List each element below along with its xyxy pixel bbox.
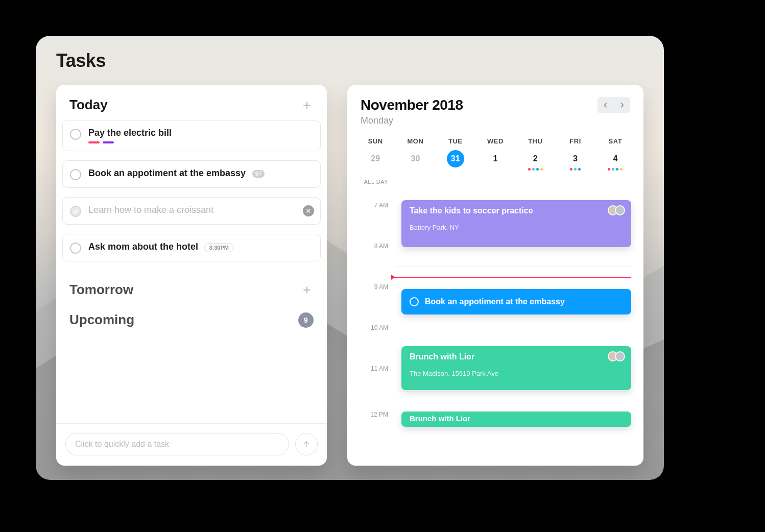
calendar-event-embassy[interactable]: Book an appotiment at the embassy bbox=[401, 289, 631, 315]
date-cell-active[interactable]: 31 bbox=[447, 150, 464, 167]
event-title: Take the kids to soccer practice bbox=[410, 206, 623, 215]
calendar-panel: November 2018 Monday SUN MON bbox=[347, 85, 643, 466]
task-row[interactable]: Ask mom about the hotel 3:30PM bbox=[62, 234, 321, 261]
chevron-right-icon bbox=[618, 102, 626, 109]
add-today-task-button[interactable] bbox=[300, 99, 314, 112]
time-label-allday: ALL DAY bbox=[357, 179, 388, 185]
add-tomorrow-task-button[interactable] bbox=[300, 283, 314, 297]
arrow-up-icon bbox=[302, 440, 311, 449]
weekday-label: SAT bbox=[595, 137, 635, 145]
plus-icon bbox=[302, 285, 312, 295]
task-time-pill: 3:30PM bbox=[204, 243, 233, 252]
calendar-event-brunch-2[interactable]: Brunch with Lior bbox=[401, 412, 631, 427]
task-row[interactable]: Learn how to make a croissant bbox=[62, 197, 321, 225]
app-window: Tasks Today Pay the electric bill bbox=[36, 36, 664, 480]
chevron-left-icon bbox=[602, 102, 609, 109]
task-title: Book an appotiment at the embassy bbox=[88, 168, 246, 178]
task-title: Learn how to make a croissant bbox=[88, 205, 313, 215]
plus-icon bbox=[302, 100, 312, 110]
event-subtitle: Battery Park, NY bbox=[410, 224, 623, 231]
calendar-next-button[interactable] bbox=[615, 98, 629, 112]
task-checkbox[interactable] bbox=[70, 129, 81, 140]
date-cell[interactable]: 2 bbox=[527, 150, 544, 167]
weekday-label: MON bbox=[395, 137, 435, 145]
calendar-event-soccer[interactable]: Take the kids to soccer practice Battery… bbox=[401, 200, 631, 247]
date-cell[interactable]: 4 bbox=[607, 150, 624, 167]
upcoming-heading: Upcoming bbox=[69, 312, 134, 328]
event-title: Book an appotiment at the embassy bbox=[425, 297, 565, 306]
task-checkbox-done[interactable] bbox=[70, 206, 81, 217]
task-checkbox[interactable] bbox=[70, 169, 81, 180]
calendar-event-brunch[interactable]: Brunch with Lior The Madison, 15919 Park… bbox=[401, 346, 631, 390]
event-checkbox-icon bbox=[410, 297, 419, 306]
time-label: 10 AM bbox=[357, 324, 388, 331]
event-subtitle: The Madison, 15919 Park Ave bbox=[410, 370, 623, 377]
task-row[interactable]: Pay the electric bill bbox=[62, 120, 321, 151]
event-avatars bbox=[611, 205, 625, 215]
time-label: 12 PM bbox=[357, 411, 388, 418]
date-cell[interactable]: 29 bbox=[367, 150, 384, 167]
task-row[interactable]: Book an appotiment at the embassy ST bbox=[62, 160, 321, 188]
task-delete-button[interactable] bbox=[303, 205, 314, 216]
now-indicator bbox=[393, 277, 631, 278]
upcoming-count-badge: 9 bbox=[298, 312, 314, 328]
task-tag bbox=[103, 141, 114, 143]
time-label: 7 AM bbox=[357, 202, 388, 209]
weekday-label: SUN bbox=[355, 137, 395, 145]
today-heading: Today bbox=[69, 97, 108, 113]
date-cell[interactable]: 3 bbox=[567, 150, 584, 167]
calendar-month-title: November 2018 bbox=[361, 97, 463, 113]
close-icon bbox=[305, 208, 312, 214]
time-label: 11 AM bbox=[357, 365, 388, 372]
quick-add-submit-button[interactable] bbox=[295, 433, 318, 455]
calendar-timeline[interactable]: ALL DAY 7 AM 8 AM 9 AM 10 AM 11 AM 12 PM bbox=[357, 175, 631, 440]
event-avatars bbox=[611, 351, 625, 361]
quick-add-input[interactable] bbox=[65, 433, 289, 455]
task-badge: ST bbox=[252, 170, 265, 178]
weekday-label: THU bbox=[515, 137, 555, 145]
weekday-label: TUE bbox=[436, 137, 475, 145]
calendar-nav bbox=[597, 97, 630, 113]
date-cell[interactable]: 30 bbox=[407, 150, 424, 167]
task-checkbox[interactable] bbox=[70, 243, 81, 254]
time-label: 8 AM bbox=[357, 243, 388, 250]
date-cell[interactable]: 1 bbox=[487, 150, 504, 167]
tasks-panel: Today Pay the electric bill bbox=[56, 85, 327, 466]
tomorrow-heading: Tomorrow bbox=[69, 282, 133, 298]
time-label: 9 AM bbox=[357, 283, 388, 291]
calendar-prev-button[interactable] bbox=[599, 98, 613, 112]
event-title: Brunch with Lior bbox=[410, 414, 623, 423]
task-tag bbox=[88, 141, 100, 143]
calendar-day-name: Monday bbox=[361, 115, 463, 126]
event-title: Brunch with Lior bbox=[410, 352, 623, 361]
task-title: Pay the electric bill bbox=[88, 128, 313, 138]
task-title: Ask mom about the hotel bbox=[88, 241, 198, 252]
weekday-label: WED bbox=[475, 137, 515, 145]
check-icon bbox=[73, 208, 79, 214]
page-title: Tasks bbox=[56, 50, 106, 71]
weekday-label: FRI bbox=[555, 137, 595, 145]
